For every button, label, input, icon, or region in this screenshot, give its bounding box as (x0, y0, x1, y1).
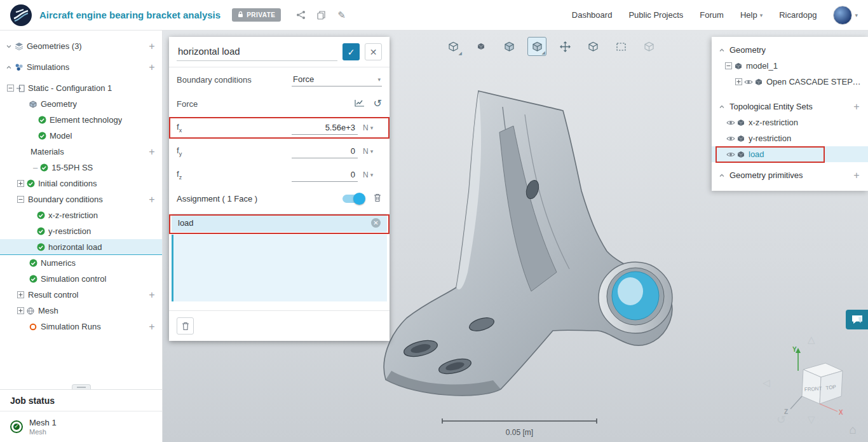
tree-item-geometries-3[interactable]: Geometries (3)+ (0, 38, 162, 54)
unit-select-fx[interactable]: N▾ (363, 123, 382, 132)
force-input-fx[interactable]: 5.56e+3 (292, 121, 358, 135)
box-select-icon[interactable] (611, 37, 630, 56)
visibility-mode-icon[interactable]: ◢ (527, 37, 546, 56)
caret-up-icon[interactable] (717, 172, 727, 179)
tree-item-label: 15-5PH SS (51, 163, 93, 172)
tree-item-horizontal-load[interactable]: horizontal load (0, 239, 162, 255)
tree-item-static-configuration-1[interactable]: Static - Configuration 1 (0, 80, 162, 96)
add-button[interactable]: + (850, 101, 863, 113)
tree-item-materials[interactable]: Materials+ (0, 144, 162, 160)
viewport-toolbar: ◢◢ (444, 37, 658, 56)
tree-item-simulation-runs[interactable]: Simulation Runs+ (0, 319, 162, 335)
tree-item-boundary-conditions[interactable]: Boundary conditions+ (0, 191, 162, 207)
job-item-mesh-1[interactable]: Mesh 1 Mesh (0, 411, 162, 442)
topological-entity-sets-header[interactable]: Topological Entity Sets+ (712, 99, 868, 114)
entity-set-load[interactable]: load (712, 146, 868, 162)
tree-item-initial-conditions[interactable]: Initial conditions (0, 176, 162, 191)
user-menu[interactable]: ▾ (833, 6, 858, 25)
assignment-toggle[interactable] (342, 195, 364, 203)
nav-help[interactable]: Help▾ (740, 10, 763, 20)
visibility-eye-icon[interactable] (726, 120, 736, 126)
delete-boundary-condition-button[interactable] (177, 317, 194, 335)
expander-minus-icon[interactable] (723, 62, 733, 69)
rotate-left-arrow-icon[interactable]: ◁ (763, 377, 770, 389)
tree-item-label: x-z-restriction (48, 211, 98, 220)
add-button[interactable]: + (146, 321, 158, 333)
unit-select-fz[interactable]: N▾ (363, 170, 382, 179)
wireframe-render-icon[interactable] (583, 37, 602, 56)
force-input-fz[interactable]: 0 (292, 168, 358, 182)
reset-undo-icon[interactable]: ↺ (374, 99, 382, 109)
expander-minus-icon[interactable] (15, 196, 25, 203)
tree-item-numerics[interactable]: Numerics (0, 255, 162, 271)
close-button[interactable]: ✕ (365, 43, 382, 60)
chat-support-button[interactable] (846, 310, 868, 329)
assignment-chip-load[interactable]: load ✕ (172, 214, 387, 232)
visibility-eye-icon[interactable] (726, 151, 736, 158)
entity-set-x-z-restriction[interactable]: x-z-restriction (712, 114, 868, 130)
model-3d-bracket[interactable] (366, 81, 696, 399)
visibility-eye-icon[interactable] (743, 79, 754, 85)
tree-item-label: Mesh (38, 306, 58, 315)
formula-chart-icon[interactable] (355, 99, 365, 109)
nav-forum[interactable]: Forum (700, 10, 724, 20)
tree-item-element-technology[interactable]: Element technology (0, 112, 162, 128)
caret-up-icon[interactable] (717, 104, 727, 110)
caret-up-icon[interactable] (717, 47, 727, 53)
geometry-header[interactable]: Geometry (712, 42, 868, 58)
tree-item-simulations[interactable]: Simulations+ (0, 59, 162, 75)
boundary-condition-type-select[interactable]: Force ▾ (292, 73, 382, 86)
avatar[interactable] (833, 6, 852, 25)
panel-title-input[interactable]: horizontal load (177, 43, 337, 61)
remove-chip-icon[interactable]: ✕ (371, 218, 381, 228)
expander-plus-icon[interactable] (733, 78, 743, 85)
expander-plus-icon[interactable] (15, 307, 25, 314)
assignment-drop-area[interactable] (172, 235, 387, 301)
app-logo[interactable] (10, 4, 32, 26)
force-input-fy[interactable]: 0 (292, 144, 358, 158)
sidebar-collapse-handle[interactable] (72, 384, 91, 389)
tree-item-x-z-restriction[interactable]: x-z-restriction (0, 207, 162, 223)
move-entities-icon[interactable] (555, 37, 574, 56)
nav-dashboard[interactable]: Dashboard (572, 10, 613, 20)
copy-icon[interactable] (313, 7, 329, 24)
add-button[interactable]: + (146, 194, 158, 205)
geometry-primitives-header[interactable]: Geometry primitives+ (712, 167, 868, 183)
confirm-button[interactable]: ✓ (342, 43, 360, 60)
orientation-cube[interactable]: FRONT TOP Y X Z (771, 343, 860, 419)
home-view-icon[interactable]: ⌂ (850, 423, 857, 437)
visibility-eye-icon[interactable] (726, 135, 736, 142)
tree-item-model[interactable]: Model (0, 128, 162, 144)
nav-username[interactable]: Ricardopg (779, 10, 817, 20)
tree-item-mesh[interactable]: Mesh (0, 303, 162, 319)
add-button[interactable]: + (146, 289, 158, 301)
add-button[interactable]: + (146, 146, 158, 158)
tree-item-geometry[interactable]: Geometry (0, 96, 162, 112)
add-button[interactable]: + (146, 62, 158, 73)
expander-plus-icon[interactable] (15, 291, 25, 298)
entity-set-y-restriction[interactable]: y-restriction (712, 130, 868, 146)
clear-assignment-trash-icon[interactable] (373, 193, 382, 204)
privacy-badge[interactable]: PRIVATE (232, 8, 281, 22)
unit-select-fy[interactable]: N▾ (363, 147, 382, 156)
share-icon[interactable] (292, 7, 309, 24)
tree-item-y-restriction[interactable]: y-restriction (0, 223, 162, 239)
shaded-render-icon[interactable] (499, 37, 519, 56)
tree-item-simulation-control[interactable]: Simulation control (0, 271, 162, 287)
edit-pencil-icon[interactable]: ✎ (333, 7, 349, 24)
tree-item-15-5ph-ss[interactable]: ‒15-5PH SS (0, 160, 162, 176)
add-button[interactable]: + (850, 170, 863, 181)
add-button[interactable]: + (146, 41, 158, 52)
job-list: Mesh 1 Mesh (0, 411, 162, 442)
tree-item-result-control[interactable]: Result control+ (0, 287, 162, 303)
isometric-view-icon[interactable]: ◢ (444, 37, 463, 56)
caret-down-icon[interactable] (4, 43, 14, 50)
nav-public-projects[interactable]: Public Projects (628, 10, 683, 20)
expander-plus-icon[interactable] (15, 180, 25, 187)
solid-render-icon[interactable] (471, 37, 491, 56)
tree-item-open-cascade[interactable]: Open CASCADE STEP tr... (712, 74, 868, 90)
caret-up-icon[interactable] (4, 64, 14, 71)
orientation-cube-widget[interactable]: △ ◁ ▽ ↺ FRONT TOP Y X Z ⌂ (754, 334, 865, 441)
tree-item-model-1[interactable]: model_1 (712, 58, 868, 74)
expander-minus-icon[interactable] (5, 85, 15, 92)
